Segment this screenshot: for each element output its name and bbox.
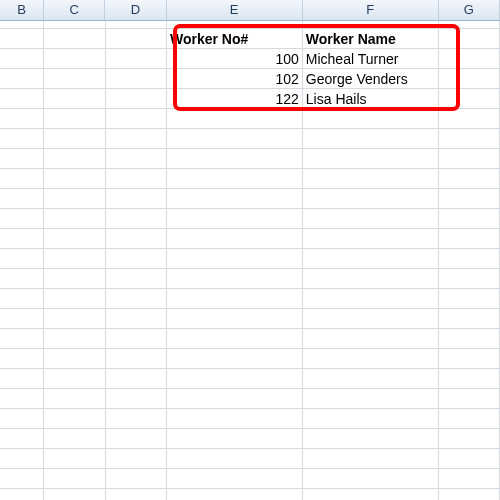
cell[interactable] (44, 409, 105, 429)
cell[interactable] (439, 269, 500, 289)
cell[interactable] (303, 389, 439, 409)
cell[interactable] (0, 49, 44, 69)
cell[interactable] (439, 29, 500, 49)
cell[interactable] (167, 449, 303, 469)
cell[interactable] (106, 89, 167, 109)
cell[interactable] (44, 109, 105, 129)
cell[interactable] (44, 49, 105, 69)
column-header-F[interactable]: F (303, 0, 439, 20)
cell[interactable] (0, 409, 44, 429)
cell[interactable] (44, 469, 105, 489)
cell[interactable] (439, 409, 500, 429)
cell[interactable] (106, 349, 167, 369)
cell[interactable] (44, 29, 105, 49)
cell[interactable] (0, 29, 44, 49)
cell[interactable] (303, 269, 439, 289)
cell[interactable] (303, 369, 439, 389)
cell[interactable] (106, 249, 167, 269)
cell[interactable] (44, 289, 105, 309)
cell[interactable] (106, 189, 167, 209)
cell[interactable] (44, 369, 105, 389)
cell[interactable] (0, 69, 44, 89)
cell[interactable] (439, 489, 500, 500)
cell-worker-name[interactable]: George Venders (303, 69, 439, 89)
cell[interactable] (0, 289, 44, 309)
cell[interactable] (0, 129, 44, 149)
cell[interactable] (106, 309, 167, 329)
column-header-C[interactable]: C (44, 0, 105, 20)
cell[interactable] (167, 489, 303, 500)
cell[interactable] (106, 109, 167, 129)
cell[interactable] (303, 21, 439, 29)
cell[interactable] (106, 369, 167, 389)
cell[interactable] (106, 389, 167, 409)
cell[interactable] (167, 409, 303, 429)
cell[interactable] (106, 449, 167, 469)
cell[interactable] (439, 389, 500, 409)
cell[interactable] (106, 49, 167, 69)
cell[interactable] (439, 429, 500, 449)
cell[interactable] (44, 489, 105, 500)
cell[interactable] (439, 169, 500, 189)
cell[interactable] (106, 21, 167, 29)
cell[interactable] (44, 229, 105, 249)
cell[interactable] (0, 149, 44, 169)
cell[interactable] (439, 149, 500, 169)
cell-worker-name[interactable]: Lisa Hails (303, 89, 439, 109)
cell[interactable] (439, 129, 500, 149)
cell[interactable] (0, 429, 44, 449)
cell[interactable] (0, 21, 44, 29)
cell[interactable] (303, 469, 439, 489)
cell[interactable] (439, 209, 500, 229)
cell[interactable] (0, 369, 44, 389)
cell[interactable] (303, 289, 439, 309)
cell[interactable] (167, 429, 303, 449)
cell[interactable] (0, 169, 44, 189)
cell[interactable] (167, 329, 303, 349)
cell[interactable] (0, 489, 44, 500)
cell[interactable] (0, 389, 44, 409)
cell[interactable] (0, 349, 44, 369)
cell[interactable] (106, 409, 167, 429)
cell[interactable] (44, 89, 105, 109)
cell-header-worker-no[interactable]: Worker No# (167, 29, 303, 49)
cell[interactable] (439, 229, 500, 249)
cell[interactable] (439, 449, 500, 469)
cell[interactable] (106, 209, 167, 229)
cell[interactable] (303, 349, 439, 369)
cell[interactable] (44, 189, 105, 209)
column-header-B[interactable]: B (0, 0, 44, 20)
cell[interactable] (167, 169, 303, 189)
cell[interactable] (0, 209, 44, 229)
cell[interactable] (44, 269, 105, 289)
cell[interactable] (303, 109, 439, 129)
cell[interactable] (167, 469, 303, 489)
cell[interactable] (439, 289, 500, 309)
cell[interactable] (439, 369, 500, 389)
cell[interactable] (44, 209, 105, 229)
cell[interactable] (303, 169, 439, 189)
cell[interactable] (106, 149, 167, 169)
cell-worker-no[interactable]: 100 (167, 49, 303, 69)
cell[interactable] (167, 21, 303, 29)
cell[interactable] (106, 229, 167, 249)
cell[interactable] (0, 189, 44, 209)
cell[interactable] (44, 329, 105, 349)
cell[interactable] (167, 289, 303, 309)
cell[interactable] (167, 269, 303, 289)
cell[interactable] (439, 349, 500, 369)
cell[interactable] (439, 49, 500, 69)
cell[interactable] (167, 109, 303, 129)
cell[interactable] (167, 369, 303, 389)
cell[interactable] (106, 329, 167, 349)
cell[interactable] (303, 329, 439, 349)
cell[interactable] (106, 469, 167, 489)
cell[interactable] (303, 209, 439, 229)
cell[interactable] (0, 329, 44, 349)
column-header-G[interactable]: G (439, 0, 500, 20)
cell[interactable] (303, 149, 439, 169)
cell[interactable] (303, 429, 439, 449)
cell[interactable] (0, 229, 44, 249)
cell[interactable] (439, 309, 500, 329)
cell[interactable] (44, 309, 105, 329)
